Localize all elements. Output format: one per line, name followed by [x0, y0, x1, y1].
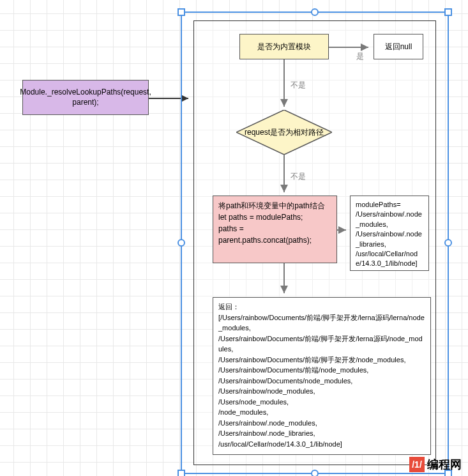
- watermark: /1/ 编程网: [409, 457, 462, 472]
- edge-handle-bottom[interactable]: [311, 470, 319, 476]
- edge-handle-top[interactable]: [311, 8, 319, 16]
- resize-handle-tr[interactable]: [444, 8, 452, 16]
- selection-frame[interactable]: [181, 12, 449, 474]
- watermark-icon: /1/: [409, 457, 425, 472]
- edge-handle-left[interactable]: [177, 239, 185, 247]
- entry-node[interactable]: Module._resolveLookupPaths(request, pare…: [22, 80, 149, 115]
- entry-text: Module._resolveLookupPaths(request, pare…: [20, 88, 151, 107]
- watermark-text: 编程网: [427, 457, 462, 472]
- resize-handle-tl[interactable]: [177, 8, 185, 16]
- resize-handle-bl[interactable]: [177, 470, 185, 476]
- edge-handle-right[interactable]: [444, 239, 452, 247]
